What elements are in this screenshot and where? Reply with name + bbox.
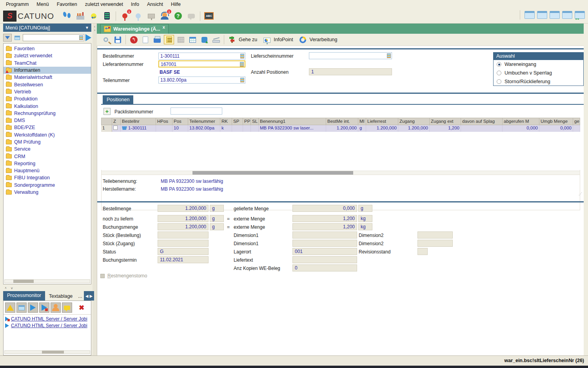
radio-wareneingang[interactable]: Wareneingang [494,60,583,69]
menu-hilfe[interactable]: Hilfe [167,1,184,8]
lieferscheinnummer-field[interactable] [309,52,392,59]
balloon-undo-icon[interactable] [88,11,99,22]
tree-hscrollbar[interactable] [4,279,90,283]
undo-icon[interactable]: ↰ [129,35,139,44]
add-position-icon[interactable]: + [103,108,111,115]
lieferantennummer-field[interactable]: 167001 [158,60,245,67]
tree-item-zuletzt-verwendet[interactable]: zuletzt verwendet [4,52,91,59]
infopoint-icon[interactable] [262,35,272,44]
hazard-icon[interactable] [5,302,15,313]
window-icon[interactable] [524,11,535,19]
delete-icon[interactable]: ✖ [79,304,84,312]
tree-item-teamchat[interactable]: TeamChat [4,60,91,67]
tree-item-rechnungspruefung[interactable]: Rechnungsprüfung [4,110,91,117]
processing-icon[interactable] [298,35,308,44]
tree-item-bestellwesen[interactable]: Bestellwesen [4,81,91,88]
new-document-icon[interactable] [140,35,151,44]
tree-item-werkstoffdaten[interactable]: Werkstoffdaten (K) [4,131,91,138]
radio-storno[interactable]: Storno/Rücklieferung [494,77,583,86]
panel-splitter[interactable]: ‹› [93,24,97,355]
scanner-icon[interactable] [211,35,221,44]
server-icon[interactable] [102,11,113,22]
packlistennummer-field[interactable] [171,107,222,115]
tree-item-dms[interactable]: DMS [4,117,91,124]
table-hscrollbar[interactable] [101,171,580,175]
tree-item-informanten[interactable]: Informanten [4,67,91,74]
bestellnummer-field[interactable]: 1-300111 [158,53,245,60]
search-icon[interactable] [101,35,111,44]
window-pane-icon[interactable] [13,34,22,42]
radio-icon[interactable] [497,62,501,67]
lookup-icon[interactable] [240,78,244,82]
run-search-icon[interactable] [85,34,91,41]
infopoint-button[interactable]: InfoPoint [274,37,293,42]
support-headset-icon[interactable]: 1 [159,11,170,22]
tree-item-bde-pze[interactable]: BDE/PZE [4,124,91,131]
pin-red-icon[interactable]: 1 [119,11,130,22]
footprints-icon[interactable] [62,11,73,22]
tree-item-qm-pruefung[interactable]: QM Prüfung [4,138,91,146]
tab-positionen[interactable]: Positionen [103,95,133,104]
table-icon[interactable] [187,35,198,44]
process-list-item[interactable]: CATUNO HTML Server / Server Jobi [4,315,91,322]
row-checkbox[interactable] [113,126,118,130]
verarbeitung-button[interactable]: Verarbeitung [310,37,338,42]
lookup-icon[interactable] [387,53,391,58]
tab-scroll-arrows[interactable]: ◀▶ [84,291,94,301]
process-list-item[interactable]: CATUNO HTML Server / Server Jobi [4,322,91,329]
chat-bubble-icon[interactable] [62,302,72,313]
tree-item-fibu-integration[interactable]: FIBU Integration [4,174,91,181]
play-icon[interactable] [28,302,38,313]
resize-grip[interactable]: ⋰ [579,192,583,196]
tab-scroll-right-icon[interactable]: ▶ [89,294,93,298]
tree-item-service[interactable]: Service [4,146,91,153]
play-stop-icon[interactable] [39,302,49,313]
tab-textablage[interactable]: Textablage [45,292,76,301]
tab-more[interactable]: ... [76,292,83,301]
tree-item-crm[interactable]: CRM [4,153,91,160]
tree-item-favoriten[interactable]: Favoriten [4,45,91,52]
chevron-down-icon[interactable]: ▼ [85,26,89,30]
lookup-icon[interactable] [240,62,244,67]
tree-item-kalkulation[interactable]: Kalkulation [4,102,91,109]
menu-favoriten[interactable]: Favoriten [53,1,81,8]
teilenummer-field[interactable]: 13.802.00pa [158,77,245,84]
radio-icon[interactable] [497,79,501,84]
window-info-icon[interactable] [16,302,27,313]
tree-item-vertrieb[interactable]: Vertrieb [4,88,91,95]
help-icon[interactable]: ? [172,11,183,22]
tree-item-materialwirtschaft[interactable]: Materialwirtschaft [4,74,91,81]
table-row[interactable]: 1 1-300111 10 13.802.00pa k MB PA 932230… [101,125,580,132]
sidebar-search-input[interactable] [23,34,84,41]
panel-collapse-icons[interactable]: ＾ ˅ [4,286,14,291]
filter-icon[interactable] [3,34,12,42]
user-icon[interactable] [51,302,61,313]
print-icon[interactable] [152,35,162,44]
process-hscrollbar[interactable] [4,350,90,354]
menu-menue[interactable]: Menü [33,1,52,8]
tree-item-hauptmenue[interactable]: Hauptmenü [4,167,91,174]
tree-item-verwaltung[interactable]: Verwaltung [4,189,91,196]
tab-scroll-left-icon[interactable]: ◀ [85,294,89,298]
radio-umbuchen[interactable]: Umbuchen v Sperrlag [494,69,583,77]
note-icon[interactable] [164,35,174,44]
window-expand-icon[interactable]: ↔ [575,11,585,19]
lookup-icon[interactable] [79,35,83,40]
save-icon[interactable] [113,35,123,44]
close-icon[interactable]: x [163,25,165,29]
tree-item-produktion[interactable]: Produktion [4,95,91,102]
pin-blue-icon[interactable] [132,11,143,22]
tab-prozessmonitor[interactable]: Prozessmonitor [3,291,45,301]
tree-item-reporting[interactable]: Reporting [4,160,91,167]
window-icon[interactable] [537,11,547,19]
window-icon[interactable] [550,11,560,19]
window-icon[interactable] [562,11,572,19]
menu-programm[interactable]: Programm [2,1,32,8]
sidebar-header[interactable]: Menü [CATUNO/daj] ▼ [3,24,91,32]
menu-info[interactable]: Info [127,1,143,8]
radio-icon[interactable] [497,71,501,75]
menu-zuletzt-verwendet[interactable]: zuletzt verwendet [82,1,127,8]
gehe-zu-button[interactable]: Gehe zu [239,37,257,42]
factory-icon[interactable] [75,11,86,22]
menu-ansicht[interactable]: Ansicht [143,1,167,8]
